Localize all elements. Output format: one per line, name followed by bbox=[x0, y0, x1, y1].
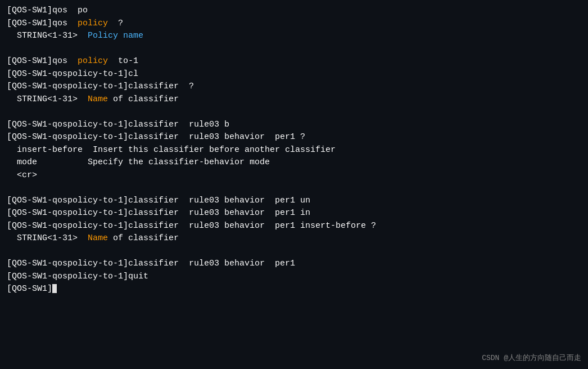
line-21: [QOS-SW1-qospolicy-to-1]classifier rule0… bbox=[7, 258, 581, 271]
line-22: [QOS-SW1-qospolicy-to-1]quit bbox=[7, 271, 581, 284]
line-19: STRING<1-31> Name of classifier bbox=[7, 232, 581, 245]
line-20-empty bbox=[7, 245, 581, 258]
line-12: insert-before Insert this classifier bef… bbox=[7, 144, 581, 157]
watermark: CSDN @人生的方向随自己而走 bbox=[482, 353, 581, 364]
line-17: [QOS-SW1-qospolicy-to-1]classifier rule0… bbox=[7, 207, 581, 220]
line-9-empty bbox=[7, 106, 581, 119]
line-16: [QOS-SW1-qospolicy-to-1]classifier rule0… bbox=[7, 195, 581, 208]
cursor-block bbox=[52, 284, 57, 293]
line-1: [QOS-SW1]qos po bbox=[7, 4, 581, 17]
line-23: [QOS-SW1] bbox=[7, 283, 581, 296]
line-2: [QOS-SW1]qos policy ? bbox=[7, 17, 581, 30]
line-10: [QOS-SW1-qospolicy-to-1]classifier rule0… bbox=[7, 119, 581, 132]
line-8: STRING<1-31> Name of classifier bbox=[7, 93, 581, 106]
line-3: STRING<1-31> Policy name bbox=[7, 30, 581, 43]
line-5: [QOS-SW1]qos policy to-1 bbox=[7, 55, 581, 68]
line-15-empty bbox=[7, 182, 581, 195]
line-14: <cr> bbox=[7, 169, 581, 182]
line-4-empty bbox=[7, 43, 581, 56]
line-6: [QOS-SW1-qospolicy-to-1]cl bbox=[7, 68, 581, 81]
line-18: [QOS-SW1-qospolicy-to-1]classifier rule0… bbox=[7, 220, 581, 233]
terminal-content: [QOS-SW1]qos po [QOS-SW1]qos policy ? ST… bbox=[7, 4, 581, 296]
terminal-window: [QOS-SW1]qos po [QOS-SW1]qos policy ? ST… bbox=[0, 0, 588, 369]
line-7: [QOS-SW1-qospolicy-to-1]classifier ? bbox=[7, 80, 581, 93]
line-13: mode Specify the classifier-behavior mod… bbox=[7, 156, 581, 169]
line-11: [QOS-SW1-qospolicy-to-1]classifier rule0… bbox=[7, 131, 581, 144]
